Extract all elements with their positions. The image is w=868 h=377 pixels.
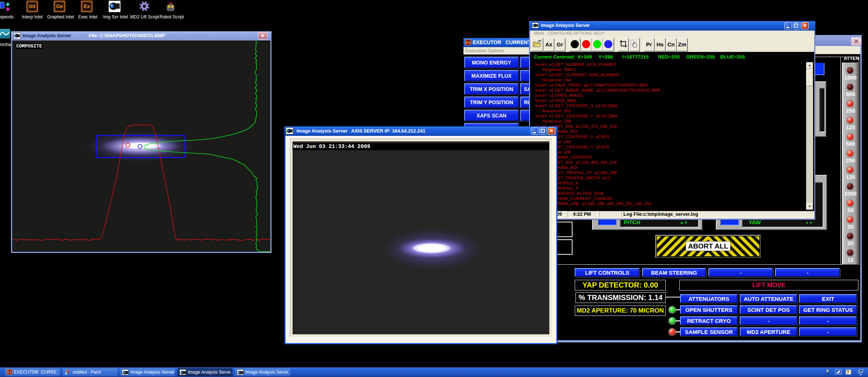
svg-text:?: ? [847, 370, 849, 374]
